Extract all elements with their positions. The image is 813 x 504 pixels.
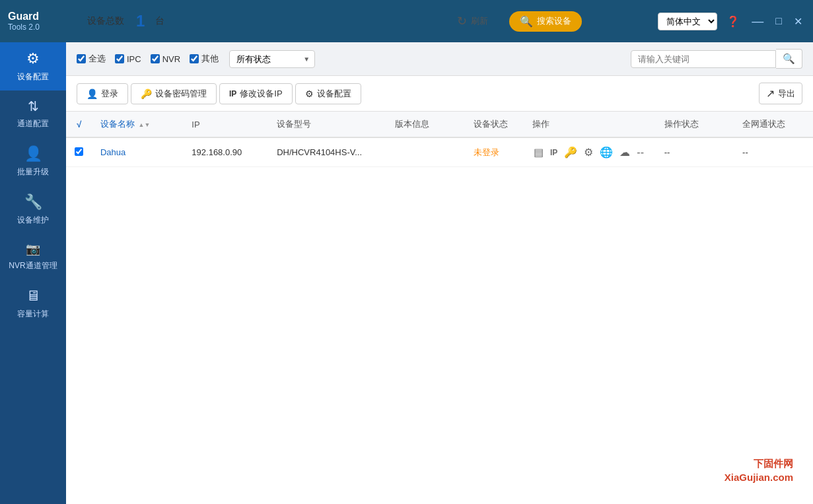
sidebar: ⚙ 设备配置 ⇅ 通道配置 👤 批量升级 🔧 设备维护 📷 NVR通道管理 🖥 [0,42,66,504]
row-status: 未登录 [466,137,524,167]
checkbox-ipc[interactable]: IPC [115,54,141,64]
col-op-status-label: 操作状态 [664,119,699,129]
sidebar-item-nvr-mgr[interactable]: 📷 NVR通道管理 [0,234,66,279]
ipc-label: IPC [127,54,141,64]
nvr-icon: 📷 [26,242,40,256]
other-checkbox[interactable] [190,54,199,63]
device-config-label: 设备配置 [317,88,351,100]
help-icon: ❓ [726,16,740,27]
table-header-row: √ 设备名称 ▲▼ IP 设备型号 [66,112,813,137]
language-selector[interactable]: 简体中文 [658,13,717,30]
refresh-button[interactable]: ↻ 刷新 [449,10,496,32]
ip-icon: IP [229,89,236,98]
op-icons-group: ▤ IP 🔑 ⚙ 🌐 ☁ -- [532,145,649,160]
col-status-label: 设备状态 [474,119,508,129]
upgrade-icon: 👤 [24,145,42,162]
login-button[interactable]: 👤 登录 [77,83,128,104]
ipc-checkbox[interactable] [115,54,124,63]
sort-arrow-name: ▲▼ [139,122,151,128]
row-checkbox-cell[interactable] [66,137,92,167]
sidebar-item-device-config[interactable]: ⚙ 设备配置 [0,42,66,90]
app-title-line2: Tools 2.0 [8,22,40,32]
maximize-icon: □ [775,15,782,26]
checkbox-group: 全选 IPC NVR 其他 [77,53,219,65]
key-op-icon[interactable]: 🔑 [563,145,579,160]
row-checkbox[interactable] [75,147,83,156]
login-label: 登录 [101,88,118,100]
col-check-header: √ [66,112,92,137]
device-count-unit: 台 [155,15,164,27]
table-row: Dahua 192.168.0.90 DH/HCVR4104HS-V... 未登… [66,137,813,167]
device-count-number: 1 [136,12,145,30]
export-button[interactable]: ↗ 导出 [759,83,802,104]
sidebar-label-device-maintain: 设备维护 [17,215,49,226]
col-actions-label: 操作 [532,119,549,129]
col-network-header: 全网通状态 [734,112,813,137]
col-network-label: 全网通状态 [742,119,785,129]
device-detail-icon[interactable]: ▤ [532,145,545,160]
minimize-icon: — [752,15,763,28]
top-bar-right: 简体中文 ❓ — □ ✕ [658,12,805,31]
col-actions-header: 操作 [524,112,656,137]
checkbox-select-all[interactable]: 全选 [77,53,106,65]
col-name-header[interactable]: 设备名称 ▲▼ [92,112,184,137]
settings-op-icon[interactable]: ⚙ [583,145,594,160]
sidebar-item-device-maintain[interactable]: 🔧 设备维护 [0,186,66,234]
login-icon: 👤 [87,89,98,99]
nvr-label: NVR [162,54,180,64]
main-area: ⚙ 设备配置 ⇅ 通道配置 👤 批量升级 🔧 设备维护 📷 NVR通道管理 🖥 [0,42,813,504]
cloud-op-icon[interactable]: ☁ [618,145,631,160]
title-bar: Guard Tools 2.0 设备总数 1 台 ↻ 刷新 🔍 搜索设备 简体中… [0,0,813,42]
check-tick: √ [77,120,81,129]
wrench-icon: 🔧 [24,194,42,211]
close-button[interactable]: ✕ [791,13,805,30]
status-selector[interactable]: 所有状态 已登录 未登录 [229,50,315,68]
device-table: √ 设备名称 ▲▼ IP 设备型号 [66,112,813,167]
sidebar-item-batch-upgrade[interactable]: 👤 批量升级 [0,137,66,186]
search-device-button[interactable]: 🔍 搜索设备 [509,11,582,32]
col-model-header[interactable]: 设备型号 [269,112,387,137]
select-all-checkbox[interactable] [77,54,86,63]
sidebar-label-batch-upgrade: 批量升级 [17,166,49,178]
channel-icon: ⇅ [28,98,39,114]
col-version-header[interactable]: 版本信息 [387,112,465,137]
col-ip-header[interactable]: IP [184,112,269,137]
modify-ip-label: 修改设备IP [240,88,282,100]
capacity-icon: 🖥 [26,287,40,305]
minimize-button[interactable]: — [749,12,766,31]
sidebar-item-channel-config[interactable]: ⇅ 通道配置 [0,90,66,137]
refresh-label: 刷新 [471,15,488,27]
row-device-name[interactable]: Dahua [92,137,184,167]
refresh-icon: ↻ [457,14,467,28]
col-version-label: 版本信息 [395,119,429,129]
row-network-status: -- [734,137,813,167]
col-status-header[interactable]: 设备状态 [466,112,524,137]
search-input[interactable] [631,50,776,68]
ip-op-icon[interactable]: IP [549,147,559,159]
help-button[interactable]: ❓ [724,13,742,30]
device-table-container: √ 设备名称 ▲▼ IP 设备型号 [66,112,813,504]
content-area: 全选 IPC NVR 其他 [66,42,813,504]
sidebar-item-capacity-calc[interactable]: 🖥 容量计算 [0,279,66,328]
search-icon: 🔍 [783,53,795,64]
row-actions-cell: ▤ IP 🔑 ⚙ 🌐 ☁ -- [524,137,656,167]
nvr-checkbox[interactable] [151,54,160,63]
checkbox-other[interactable]: 其他 [190,53,219,65]
device-config-button[interactable]: ⚙ 设备配置 [295,83,361,104]
app-title-line1: Guard [8,11,39,22]
col-ip-label: IP [192,120,199,129]
export-label: 导出 [778,88,795,100]
sidebar-label-capacity-calc: 容量计算 [17,308,49,320]
modify-ip-button[interactable]: IP 修改设备IP [219,83,293,104]
password-mgr-label: 设备密码管理 [155,88,207,100]
browser-op-icon[interactable]: 🌐 [598,145,614,160]
select-all-label: 全选 [88,53,106,65]
device-count-label: 设备总数 [87,15,124,27]
search-button[interactable]: 🔍 [776,49,802,69]
password-mgr-button[interactable]: 🔑 设备密码管理 [131,83,217,104]
export-icon: ↗ [766,87,775,100]
maximize-button[interactable]: □ [773,13,785,30]
checkbox-nvr[interactable]: NVR [151,54,180,64]
search-wrapper: 🔍 [631,49,802,69]
search-device-icon: 🔍 [520,15,533,28]
